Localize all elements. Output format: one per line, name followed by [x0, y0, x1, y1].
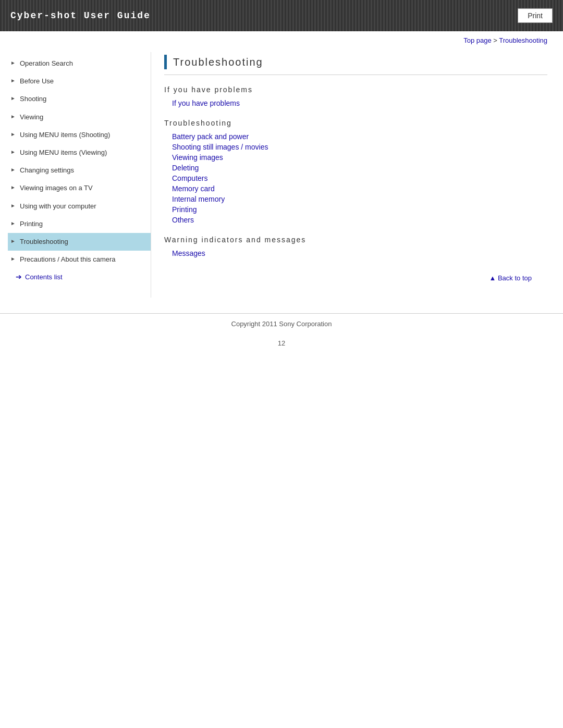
internal-memory-link[interactable]: Internal memory: [164, 194, 547, 204]
footer: Copyright 2011 Sony Corporation: [0, 314, 563, 334]
chevron-right-icon: ►: [10, 184, 17, 191]
main-layout: ► Operation Search ► Before Use ► Shooti…: [0, 47, 563, 308]
sidebar-item-viewing-tv[interactable]: ► Viewing images on a TV: [8, 179, 151, 197]
print-button[interactable]: Print: [518, 8, 553, 23]
sidebar-item-before-use[interactable]: ► Before Use: [8, 72, 151, 90]
title-bar-decoration: [164, 55, 167, 69]
chevron-right-icon: ►: [10, 77, 17, 84]
sidebar-label: Precautions / About this camera: [20, 255, 145, 264]
sidebar-label: Using MENU items (Viewing): [20, 148, 145, 157]
sidebar-item-precautions[interactable]: ► Precautions / About this camera: [8, 251, 151, 268]
breadcrumb-separator: >: [492, 36, 499, 44]
chevron-right-icon: ►: [10, 220, 17, 227]
troubleshooting-section: Troubleshooting Battery pack and power S…: [164, 119, 547, 225]
warning-heading: Warning indicators and messages: [164, 236, 547, 244]
content-area: Troubleshooting If you have problems If …: [151, 52, 563, 298]
sidebar-item-printing[interactable]: ► Printing: [8, 215, 151, 233]
sidebar: ► Operation Search ► Before Use ► Shooti…: [0, 52, 151, 298]
if-you-have-problems-heading: If you have problems: [164, 85, 547, 94]
arrow-right-icon: ➔: [16, 273, 22, 281]
sidebar-label: Operation Search: [20, 59, 145, 68]
sidebar-label: Before Use: [20, 77, 145, 86]
sidebar-item-changing-settings[interactable]: ► Changing settings: [8, 162, 151, 179]
sidebar-item-troubleshooting[interactable]: ► Troubleshooting: [8, 233, 151, 251]
chevron-right-icon: ►: [10, 202, 17, 209]
warning-section: Warning indicators and messages Messages: [164, 236, 547, 258]
viewing-link[interactable]: Viewing images: [164, 152, 547, 163]
copyright-text: Copyright 2011 Sony Corporation: [231, 320, 332, 328]
contents-list-link[interactable]: ➔ Contents list: [8, 268, 151, 285]
sidebar-label: Troubleshooting: [20, 237, 145, 246]
chevron-right-icon: ►: [10, 149, 17, 156]
chevron-right-icon: ►: [10, 95, 17, 102]
breadcrumb: Top page > Troubleshooting: [0, 31, 563, 47]
sidebar-label: Viewing: [20, 113, 145, 122]
back-to-top-link[interactable]: ▲ Back to top: [164, 269, 547, 287]
chevron-right-icon: ►: [10, 113, 17, 120]
if-you-have-problems-section: If you have problems If you have problem…: [164, 85, 547, 108]
sidebar-label: Viewing images on a TV: [20, 183, 145, 193]
deleting-link[interactable]: Deleting: [164, 163, 547, 173]
chevron-right-icon: ►: [10, 131, 17, 138]
sidebar-label: Printing: [20, 219, 145, 229]
sidebar-item-operation-search[interactable]: ► Operation Search: [8, 55, 151, 72]
chevron-right-icon: ►: [10, 166, 17, 174]
shooting-link[interactable]: Shooting still images / movies: [164, 142, 547, 152]
page-number: 12: [0, 334, 563, 352]
battery-link[interactable]: Battery pack and power: [164, 131, 547, 142]
header: Cyber-shot User Guide Print: [0, 0, 563, 31]
sidebar-item-viewing[interactable]: ► Viewing: [8, 108, 151, 126]
others-link[interactable]: Others: [164, 215, 547, 225]
sidebar-item-using-computer[interactable]: ► Using with your computer: [8, 198, 151, 215]
page-title-section: Troubleshooting: [164, 55, 547, 75]
sidebar-label: Using with your computer: [20, 202, 145, 211]
sidebar-item-using-menu-viewing[interactable]: ► Using MENU items (Viewing): [8, 144, 151, 162]
breadcrumb-current[interactable]: Troubleshooting: [499, 36, 547, 44]
if-you-have-problems-link[interactable]: If you have problems: [164, 98, 547, 108]
sidebar-label: Changing settings: [20, 166, 145, 175]
chevron-right-icon: ►: [10, 59, 17, 67]
contents-list-label: Contents list: [25, 273, 63, 281]
messages-link[interactable]: Messages: [164, 248, 547, 258]
page-title: Troubleshooting: [173, 56, 263, 68]
troubleshooting-heading: Troubleshooting: [164, 119, 547, 127]
computers-link[interactable]: Computers: [164, 173, 547, 183]
sidebar-label: Using MENU items (Shooting): [20, 130, 145, 140]
header-title: Cyber-shot User Guide: [0, 0, 161, 31]
sidebar-item-using-menu-shooting[interactable]: ► Using MENU items (Shooting): [8, 126, 151, 144]
sidebar-label: Shooting: [20, 94, 145, 104]
printing-link[interactable]: Printing: [164, 204, 547, 215]
chevron-right-icon: ►: [10, 255, 17, 263]
chevron-right-icon: ►: [10, 238, 17, 245]
sidebar-item-shooting[interactable]: ► Shooting: [8, 90, 151, 108]
breadcrumb-top-page[interactable]: Top page: [463, 36, 492, 44]
memory-card-link[interactable]: Memory card: [164, 183, 547, 194]
